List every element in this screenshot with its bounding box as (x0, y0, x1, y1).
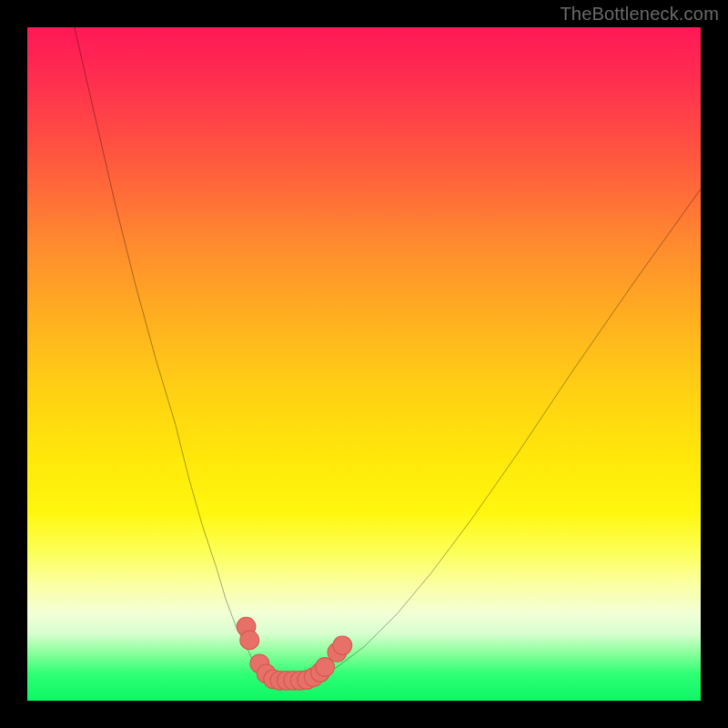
data-marker (333, 636, 352, 655)
plot-area (27, 27, 701, 701)
data-marker (240, 631, 259, 650)
curve-path (75, 27, 701, 681)
chart-svg (27, 27, 701, 701)
watermark-text: TheBottleneck.com (560, 4, 719, 25)
bottleneck-curve (75, 27, 701, 681)
data-markers (237, 617, 352, 690)
chart-frame: TheBottleneck.com (0, 0, 728, 728)
